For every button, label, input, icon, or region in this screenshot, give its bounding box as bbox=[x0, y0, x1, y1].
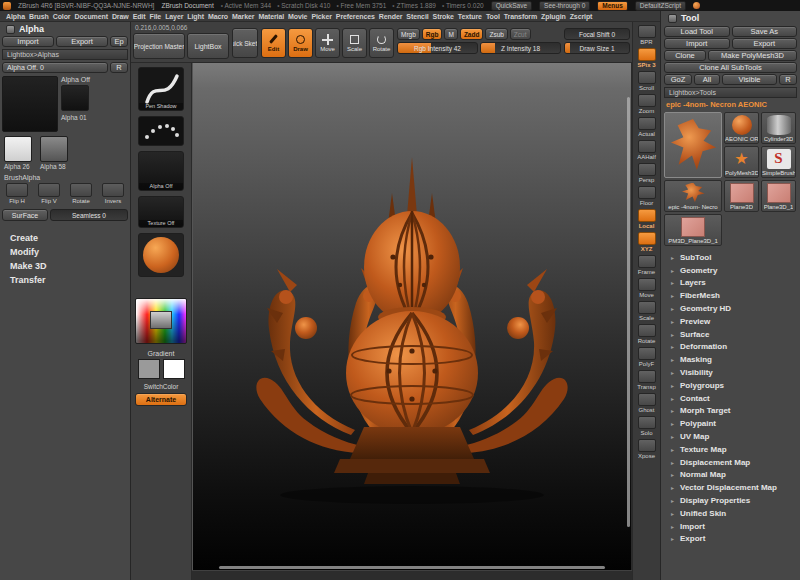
current-stroke-thumb[interactable] bbox=[138, 116, 184, 146]
save-as-button[interactable]: Save As bbox=[732, 26, 798, 37]
menu-item[interactable]: Stroke bbox=[433, 13, 454, 20]
tool-menu-section[interactable]: Morph Target bbox=[664, 405, 797, 418]
tool-thumb[interactable]: Plane3D bbox=[724, 180, 759, 212]
goz-all-button[interactable]: All bbox=[694, 74, 720, 85]
rgb-button[interactable]: Rgb bbox=[422, 28, 443, 40]
menu-item[interactable]: Document bbox=[74, 13, 107, 20]
scale-mode-button[interactable]: Scale bbox=[342, 28, 367, 58]
alpha-menu-section[interactable]: Make 3D bbox=[2, 259, 128, 273]
shelf-button[interactable]: PolyF bbox=[635, 347, 659, 367]
alpha-menu-section[interactable]: Transfer bbox=[2, 273, 128, 287]
tool-thumb[interactable]: epic -4nom- Necro bbox=[664, 180, 722, 212]
alpha-modify-button[interactable]: Flip H bbox=[2, 183, 32, 204]
rgb-intensity-slider[interactable]: Rgb Intensity 42 bbox=[397, 42, 478, 54]
mrgb-button[interactable]: Mrgb bbox=[397, 28, 420, 40]
menu-item[interactable]: Macro bbox=[208, 13, 228, 20]
zsub-button[interactable]: Zsub bbox=[485, 28, 507, 40]
rotate-mode-button[interactable]: Rotate bbox=[369, 28, 394, 58]
alpha-menu-section[interactable]: Modify bbox=[2, 245, 128, 259]
tool-menu-section[interactable]: Preview bbox=[664, 315, 797, 328]
goz-visible-button[interactable]: Visible bbox=[722, 74, 777, 85]
clone-button[interactable]: Clone bbox=[664, 50, 706, 61]
menu-item[interactable]: Transform bbox=[504, 13, 537, 20]
goz-button[interactable]: GoZ bbox=[664, 74, 692, 85]
current-alpha-thumb[interactable]: Alpha Off bbox=[138, 151, 184, 191]
shelf-button[interactable]: BPR bbox=[635, 25, 659, 45]
lightbox-alphas-bar[interactable]: Lightbox>Alphas bbox=[2, 49, 128, 60]
tool-menu-section[interactable]: Import bbox=[664, 520, 797, 533]
menu-item[interactable]: Draw bbox=[112, 13, 129, 20]
tool-menu-section[interactable]: Polygroups bbox=[664, 379, 797, 392]
alpha-import-button[interactable]: Import bbox=[2, 36, 54, 47]
gradient-toggle[interactable]: Gradient bbox=[148, 350, 175, 357]
alpha-export-button[interactable]: Export bbox=[56, 36, 108, 47]
shelf-button[interactable]: Local bbox=[635, 209, 659, 229]
menu-item[interactable]: Preferences bbox=[336, 13, 375, 20]
shelf-button[interactable]: Ghost bbox=[635, 393, 659, 413]
tool-menu-section[interactable]: Normal Map bbox=[664, 469, 797, 482]
alpha-thumb[interactable] bbox=[61, 85, 89, 111]
current-alpha-button[interactable]: Alpha Off. 0 bbox=[2, 62, 108, 73]
menu-item[interactable]: Render bbox=[379, 13, 403, 20]
move-mode-button[interactable]: Move bbox=[315, 28, 340, 58]
sculpture-3d-model[interactable] bbox=[193, 91, 632, 551]
tool-menu-section[interactable]: Layers bbox=[664, 277, 797, 290]
tool-thumb[interactable]: SimpleBrush bbox=[761, 146, 796, 178]
current-texture-thumb[interactable]: Texture Off bbox=[138, 196, 184, 228]
shelf-button[interactable]: Scale bbox=[635, 301, 659, 321]
z-intensity-slider[interactable]: Z Intensity 18 bbox=[480, 42, 561, 54]
tool-menu-section[interactable]: Display Properties bbox=[664, 494, 797, 507]
tool-import-button[interactable]: Import bbox=[664, 38, 730, 49]
menu-item[interactable]: Movie bbox=[288, 13, 307, 20]
tool-menu-section[interactable]: Export bbox=[664, 533, 797, 546]
load-tool-button[interactable]: Load Tool bbox=[664, 26, 730, 37]
menu-item[interactable]: Brush bbox=[29, 13, 49, 20]
menu-item[interactable]: File bbox=[149, 13, 161, 20]
shelf-button[interactable]: AAHalf bbox=[635, 140, 659, 160]
menu-item[interactable]: Layer bbox=[165, 13, 183, 20]
quick-sketch-button[interactable]: Quick Sketch bbox=[232, 28, 258, 58]
tool-menu-section[interactable]: Deformation bbox=[664, 341, 797, 354]
menu-item[interactable]: Edit bbox=[133, 13, 146, 20]
menu-item[interactable]: Marker bbox=[232, 13, 254, 20]
canvas-horizontal-scrollbar[interactable] bbox=[219, 566, 605, 569]
focal-shift-slider[interactable]: Focal Shift 0 bbox=[564, 28, 630, 40]
draw-mode-button[interactable]: Draw bbox=[288, 28, 313, 58]
menu-item[interactable]: Light bbox=[187, 13, 204, 20]
tool-thumb[interactable]: Plane3D_1 bbox=[761, 180, 796, 212]
projection-master-button[interactable]: Projection Master bbox=[133, 33, 185, 59]
default-zscript-button[interactable]: DefaultZScript bbox=[635, 1, 686, 11]
shelf-button[interactable]: Move bbox=[635, 278, 659, 298]
clone-all-subtools-button[interactable]: Clone All SubTools bbox=[664, 62, 797, 73]
shelf-button[interactable]: Rotate bbox=[635, 324, 659, 344]
main-color-swatch[interactable] bbox=[138, 359, 160, 379]
menu-item[interactable]: Texture bbox=[458, 13, 482, 20]
see-through-slider[interactable]: See-through 0 bbox=[539, 1, 590, 11]
zcut-button[interactable]: Zcut bbox=[510, 28, 531, 40]
tool-menu-section[interactable]: UV Map bbox=[664, 430, 797, 443]
shelf-button[interactable]: Persp bbox=[635, 163, 659, 183]
lightbox-button[interactable]: LightBox bbox=[187, 33, 229, 59]
menu-item[interactable]: Stencil bbox=[406, 13, 428, 20]
zadd-button[interactable]: Zadd bbox=[460, 28, 484, 40]
tool-thumb[interactable]: AEONIC ORB NECRO bbox=[724, 112, 759, 144]
alpha-modify-button[interactable]: Flip V bbox=[34, 183, 64, 204]
shelf-button[interactable]: Scroll bbox=[635, 71, 659, 91]
edit-mode-button[interactable]: Edit bbox=[261, 28, 286, 58]
active-tool-thumb[interactable] bbox=[664, 112, 722, 178]
tool-menu-section[interactable]: Geometry HD bbox=[664, 302, 797, 315]
alpha-menu-section[interactable]: Create bbox=[2, 231, 128, 245]
tool-menu-section[interactable]: Texture Map bbox=[664, 443, 797, 456]
alternate-button[interactable]: Alternate bbox=[135, 393, 187, 406]
seamless-slider[interactable]: Seamless 0 bbox=[50, 209, 128, 221]
alpha-modify-button[interactable]: Invers bbox=[98, 183, 128, 204]
tool-menu-section[interactable]: SubTool bbox=[664, 251, 797, 264]
tool-menu-section[interactable]: Vector Displacement Map bbox=[664, 481, 797, 494]
tool-thumb[interactable]: Cylinder3D bbox=[761, 112, 796, 144]
tool-menu-section[interactable]: Unified Skin bbox=[664, 507, 797, 520]
quicksave-button[interactable]: QuickSave bbox=[491, 1, 532, 11]
draw-size-slider[interactable]: Draw Size 1 bbox=[564, 42, 630, 54]
surface-button[interactable]: SurFace bbox=[2, 209, 48, 221]
current-material-thumb[interactable] bbox=[138, 233, 184, 277]
shelf-button[interactable]: Transp bbox=[635, 370, 659, 390]
